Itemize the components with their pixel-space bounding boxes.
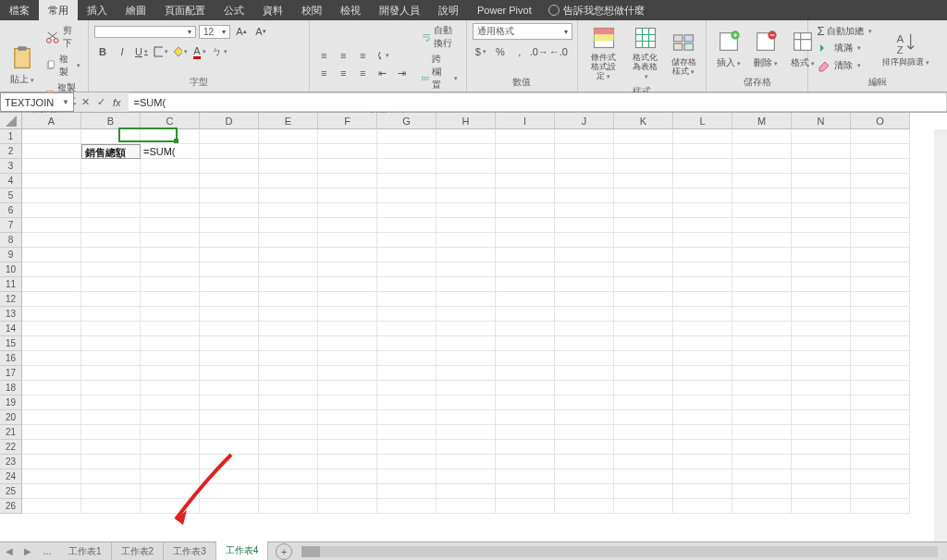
cell[interactable] [673, 129, 732, 144]
cell[interactable] [792, 366, 851, 381]
dec-decimal-button[interactable]: ←.0 [550, 43, 567, 60]
cell[interactable] [792, 455, 851, 469]
cell[interactable] [22, 381, 81, 396]
cell[interactable] [614, 396, 673, 410]
indent-dec-button[interactable]: ⇤ [374, 65, 390, 81]
row-header-26[interactable]: 26 [0, 499, 22, 514]
cell[interactable] [141, 248, 200, 262]
cell[interactable] [496, 381, 555, 396]
cell[interactable] [141, 351, 200, 366]
col-header-H[interactable]: H [437, 113, 496, 129]
indent-inc-button[interactable]: ⇥ [393, 65, 410, 81]
cell[interactable] [614, 218, 673, 233]
cell[interactable] [259, 262, 318, 277]
cell[interactable] [792, 262, 851, 277]
clear-button[interactable]: 清除 [814, 57, 875, 74]
cell[interactable] [851, 218, 910, 233]
cell[interactable] [318, 262, 377, 277]
cell[interactable] [496, 159, 555, 174]
cell[interactable] [673, 469, 732, 484]
cell[interactable] [377, 469, 437, 484]
bold-button[interactable]: B [94, 43, 111, 60]
cell[interactable] [851, 336, 910, 351]
cell[interactable] [200, 129, 259, 144]
tab-nav-prev[interactable]: ◀ [0, 546, 18, 556]
cell[interactable] [377, 396, 437, 410]
cell[interactable] [851, 307, 910, 322]
cell[interactable] [200, 189, 259, 203]
cell[interactable] [614, 189, 673, 203]
cell[interactable] [437, 440, 496, 455]
cell[interactable] [437, 262, 496, 277]
cell[interactable] [377, 484, 437, 499]
cell[interactable] [732, 469, 792, 484]
tab-nav-next[interactable]: ▶ [18, 546, 37, 556]
menu-review[interactable]: 校閱 [292, 0, 331, 20]
cell[interactable] [792, 144, 851, 159]
row-header-21[interactable]: 21 [0, 425, 22, 440]
cell[interactable] [377, 159, 437, 174]
cell[interactable] [259, 425, 318, 440]
cell[interactable] [555, 336, 614, 351]
row-header-8[interactable]: 8 [0, 233, 22, 248]
cell[interactable] [318, 440, 377, 455]
autosum-button[interactable]: Σ自動加總 [814, 23, 875, 39]
cell[interactable] [792, 469, 851, 484]
cell[interactable] [555, 469, 614, 484]
cancel-formula-button[interactable]: ✕ [81, 96, 90, 108]
row-header-3[interactable]: 3 [0, 159, 22, 174]
cell[interactable] [614, 322, 673, 336]
cell[interactable] [732, 189, 792, 203]
cell[interactable] [141, 455, 200, 469]
row-header-15[interactable]: 15 [0, 336, 22, 351]
cell[interactable] [437, 277, 496, 292]
row-header-16[interactable]: 16 [0, 351, 22, 366]
cell[interactable] [200, 381, 259, 396]
cell[interactable] [792, 159, 851, 174]
font-name-select[interactable]: ▾ [94, 26, 196, 38]
row-header-23[interactable]: 23 [0, 455, 22, 469]
cell[interactable]: 銷售總額 [81, 144, 141, 159]
col-header-L[interactable]: L [673, 113, 732, 129]
cell[interactable] [437, 233, 496, 248]
cell[interactable] [673, 189, 732, 203]
cell[interactable] [81, 499, 141, 514]
cell[interactable] [318, 499, 377, 514]
cell[interactable] [200, 233, 259, 248]
cell[interactable] [851, 174, 910, 189]
cell[interactable] [141, 366, 200, 381]
menu-powerpivot[interactable]: Power Pivot [468, 0, 541, 20]
cell[interactable] [141, 440, 200, 455]
cell[interactable] [555, 248, 614, 262]
cell[interactable] [673, 440, 732, 455]
cell[interactable] [496, 233, 555, 248]
cell[interactable] [673, 144, 732, 159]
cell[interactable] [81, 366, 141, 381]
cell[interactable] [792, 248, 851, 262]
cell[interactable] [259, 307, 318, 322]
row-header-12[interactable]: 12 [0, 292, 22, 307]
cell[interactable] [259, 174, 318, 189]
cell[interactable] [437, 336, 496, 351]
cell[interactable] [851, 351, 910, 366]
formula-input[interactable]: =SUM( [129, 92, 947, 112]
sort-filter-button[interactable]: AZ排序與篩選 [879, 28, 933, 69]
cell[interactable] [496, 129, 555, 144]
cell[interactable] [377, 322, 437, 336]
cell[interactable] [792, 381, 851, 396]
menu-formulas[interactable]: 公式 [215, 0, 253, 20]
cell[interactable] [141, 469, 200, 484]
cell[interactable] [555, 425, 614, 440]
row-header-1[interactable]: 1 [0, 129, 22, 144]
align-right-button[interactable]: ≡ [354, 65, 371, 81]
cell[interactable] [259, 351, 318, 366]
cell[interactable] [141, 218, 200, 233]
cell[interactable] [614, 469, 673, 484]
cell[interactable] [259, 322, 318, 336]
row-header-4[interactable]: 4 [0, 174, 22, 189]
cell[interactable] [555, 322, 614, 336]
cell[interactable] [732, 218, 792, 233]
align-bottom-button[interactable]: ≡ [354, 47, 371, 64]
cell[interactable] [377, 307, 437, 322]
cell[interactable] [555, 499, 614, 514]
